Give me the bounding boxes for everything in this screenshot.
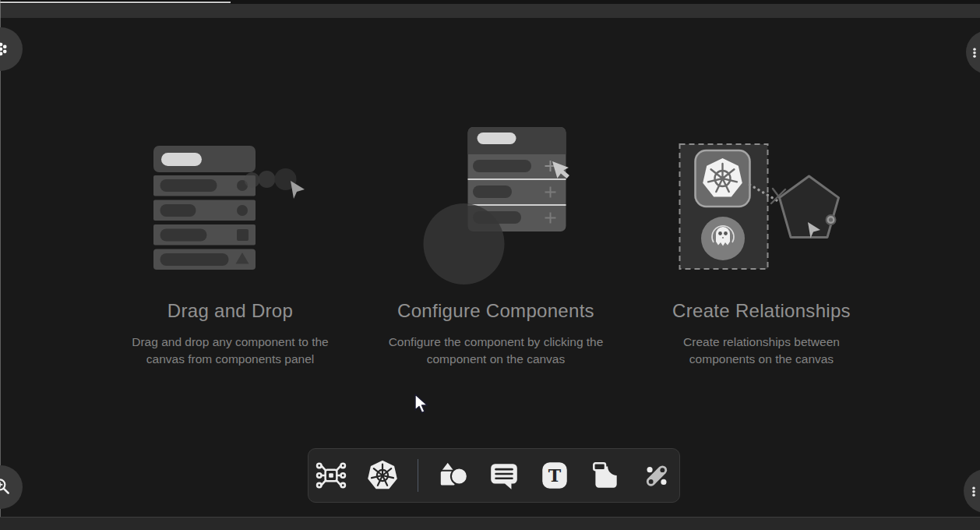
comment-icon — [488, 459, 520, 492]
text-tool-icon: T — [538, 459, 571, 492]
mouse-cursor — [414, 393, 431, 415]
onboarding-hints: Drag and Drop Drag and drop any componen… — [97, 121, 894, 368]
design-canvas-app: { "onboarding": { "steps": [ { "title": … — [0, 0, 980, 530]
step-description: Create relationships between components … — [650, 334, 874, 368]
shapes-icon — [436, 459, 469, 492]
top-right-fab[interactable] — [966, 30, 980, 74]
bottom-right-fab[interactable] — [964, 469, 980, 513]
zoom-in-icon — [0, 476, 12, 496]
components-icon — [315, 459, 347, 492]
top-bar — [0, 4, 980, 18]
step-title: Create Relationships — [672, 300, 851, 322]
onboarding-step-drag-and-drop: Drag and Drop Drag and drop any componen… — [97, 121, 363, 368]
tool-dock: T — [308, 448, 680, 503]
dock-save-design-button[interactable] — [589, 458, 622, 493]
dock-kubernetes-button[interactable] — [365, 458, 400, 493]
step-description: Drag and drop any component to the canva… — [118, 334, 343, 368]
relationship-link-icon — [640, 459, 673, 492]
step-title: Drag and Drop — [167, 300, 293, 322]
svg-text:T: T — [548, 465, 562, 486]
create-relationships-illustration — [629, 121, 894, 286]
dock-relationship-button[interactable] — [640, 458, 673, 493]
partial-hidden-icon — [967, 484, 980, 498]
save-design-icon — [589, 459, 622, 492]
left-edge-line — [0, 0, 1, 530]
step-description: Configure the component by clicking the … — [384, 334, 608, 368]
kubernetes-icon — [365, 458, 400, 493]
onboarding-step-configure-components: Configure Components Configure the compo… — [363, 121, 629, 368]
progress-line — [0, 2, 231, 3]
bottom-status-bar — [0, 517, 980, 530]
step-title: Configure Components — [397, 300, 594, 322]
configure-panel-illustration — [418, 121, 574, 288]
onboarding-step-create-relationships: Create Relationships Create relationship… — [629, 121, 894, 368]
dock-divider — [418, 459, 418, 492]
configure-components-illustration — [363, 121, 629, 286]
bottom-left-fab[interactable] — [0, 465, 23, 509]
dock-comment-button[interactable] — [488, 458, 520, 493]
partial-hidden-icon — [968, 45, 980, 59]
components-panel-illustration — [137, 138, 324, 270]
dock-shapes-button[interactable] — [436, 458, 469, 493]
dock-components-button[interactable] — [315, 458, 347, 493]
flower-icon — [0, 39, 11, 59]
relationships-illustration — [675, 135, 849, 274]
drag-cursor-arrow — [291, 181, 305, 199]
dock-text-tool-button[interactable]: T — [538, 458, 571, 493]
top-left-fab[interactable] — [0, 27, 23, 71]
drag-and-drop-illustration — [97, 121, 363, 286]
